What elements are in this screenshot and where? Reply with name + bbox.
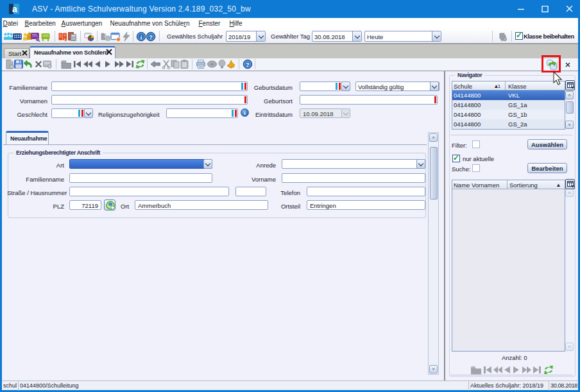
svg-text:a: a <box>12 4 17 14</box>
svg-text:?: ? <box>149 34 153 40</box>
svg-text:?: ? <box>246 61 250 68</box>
